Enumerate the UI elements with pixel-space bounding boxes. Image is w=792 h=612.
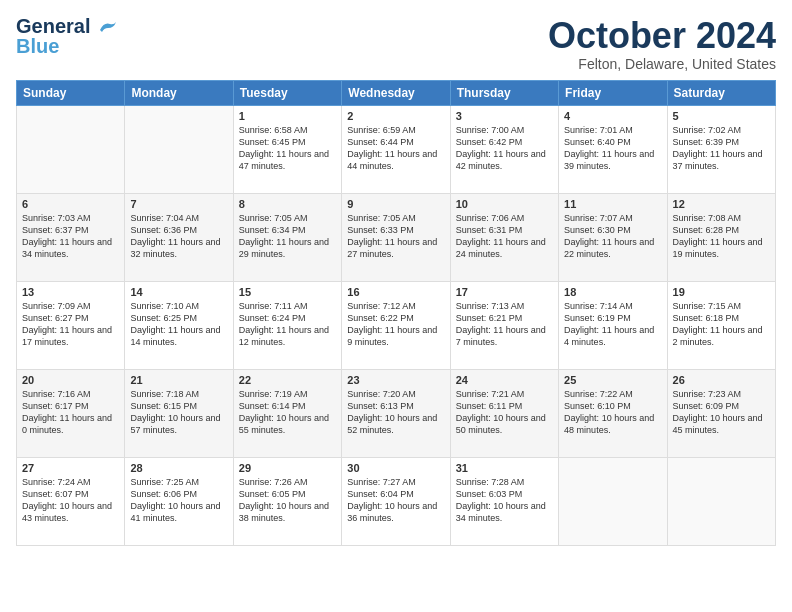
weekday-header-row: SundayMondayTuesdayWednesdayThursdayFrid… (17, 80, 776, 105)
calendar-cell: 31Sunrise: 7:28 AM Sunset: 6:03 PM Dayli… (450, 457, 558, 545)
calendar-cell: 4Sunrise: 7:01 AM Sunset: 6:40 PM Daylig… (559, 105, 667, 193)
day-info: Sunrise: 7:13 AM Sunset: 6:21 PM Dayligh… (456, 300, 553, 349)
day-info: Sunrise: 7:10 AM Sunset: 6:25 PM Dayligh… (130, 300, 227, 349)
day-number: 18 (564, 286, 661, 298)
day-number: 3 (456, 110, 553, 122)
day-info: Sunrise: 7:25 AM Sunset: 6:06 PM Dayligh… (130, 476, 227, 525)
weekday-header-sunday: Sunday (17, 80, 125, 105)
calendar-cell: 17Sunrise: 7:13 AM Sunset: 6:21 PM Dayli… (450, 281, 558, 369)
weekday-header-friday: Friday (559, 80, 667, 105)
calendar-cell: 10Sunrise: 7:06 AM Sunset: 6:31 PM Dayli… (450, 193, 558, 281)
calendar-cell: 6Sunrise: 7:03 AM Sunset: 6:37 PM Daylig… (17, 193, 125, 281)
day-number: 10 (456, 198, 553, 210)
calendar-cell: 28Sunrise: 7:25 AM Sunset: 6:06 PM Dayli… (125, 457, 233, 545)
calendar-week-4: 20Sunrise: 7:16 AM Sunset: 6:17 PM Dayli… (17, 369, 776, 457)
calendar-cell (125, 105, 233, 193)
day-info: Sunrise: 7:19 AM Sunset: 6:14 PM Dayligh… (239, 388, 336, 437)
day-number: 25 (564, 374, 661, 386)
calendar-cell: 11Sunrise: 7:07 AM Sunset: 6:30 PM Dayli… (559, 193, 667, 281)
day-info: Sunrise: 7:21 AM Sunset: 6:11 PM Dayligh… (456, 388, 553, 437)
day-info: Sunrise: 7:03 AM Sunset: 6:37 PM Dayligh… (22, 212, 119, 261)
day-number: 6 (22, 198, 119, 210)
logo: General Blue (16, 16, 118, 56)
weekday-header-wednesday: Wednesday (342, 80, 450, 105)
day-number: 11 (564, 198, 661, 210)
calendar-cell: 8Sunrise: 7:05 AM Sunset: 6:34 PM Daylig… (233, 193, 341, 281)
weekday-header-tuesday: Tuesday (233, 80, 341, 105)
day-number: 16 (347, 286, 444, 298)
day-number: 31 (456, 462, 553, 474)
weekday-header-thursday: Thursday (450, 80, 558, 105)
calendar-cell: 18Sunrise: 7:14 AM Sunset: 6:19 PM Dayli… (559, 281, 667, 369)
day-number: 2 (347, 110, 444, 122)
day-info: Sunrise: 6:59 AM Sunset: 6:44 PM Dayligh… (347, 124, 444, 173)
calendar-cell: 30Sunrise: 7:27 AM Sunset: 6:04 PM Dayli… (342, 457, 450, 545)
day-info: Sunrise: 7:14 AM Sunset: 6:19 PM Dayligh… (564, 300, 661, 349)
day-number: 15 (239, 286, 336, 298)
day-info: Sunrise: 7:15 AM Sunset: 6:18 PM Dayligh… (673, 300, 770, 349)
location-text: Felton, Delaware, United States (548, 56, 776, 72)
calendar-week-5: 27Sunrise: 7:24 AM Sunset: 6:07 PM Dayli… (17, 457, 776, 545)
day-info: Sunrise: 7:05 AM Sunset: 6:33 PM Dayligh… (347, 212, 444, 261)
day-info: Sunrise: 7:16 AM Sunset: 6:17 PM Dayligh… (22, 388, 119, 437)
day-info: Sunrise: 7:00 AM Sunset: 6:42 PM Dayligh… (456, 124, 553, 173)
day-number: 12 (673, 198, 770, 210)
day-info: Sunrise: 7:09 AM Sunset: 6:27 PM Dayligh… (22, 300, 119, 349)
day-number: 22 (239, 374, 336, 386)
day-number: 19 (673, 286, 770, 298)
calendar-cell: 13Sunrise: 7:09 AM Sunset: 6:27 PM Dayli… (17, 281, 125, 369)
calendar-cell (17, 105, 125, 193)
calendar-cell: 1Sunrise: 6:58 AM Sunset: 6:45 PM Daylig… (233, 105, 341, 193)
day-number: 7 (130, 198, 227, 210)
day-number: 17 (456, 286, 553, 298)
day-info: Sunrise: 7:08 AM Sunset: 6:28 PM Dayligh… (673, 212, 770, 261)
day-info: Sunrise: 7:26 AM Sunset: 6:05 PM Dayligh… (239, 476, 336, 525)
logo-bird-icon (96, 20, 118, 36)
day-info: Sunrise: 7:23 AM Sunset: 6:09 PM Dayligh… (673, 388, 770, 437)
calendar-cell: 19Sunrise: 7:15 AM Sunset: 6:18 PM Dayli… (667, 281, 775, 369)
day-number: 27 (22, 462, 119, 474)
day-info: Sunrise: 7:22 AM Sunset: 6:10 PM Dayligh… (564, 388, 661, 437)
calendar-cell: 27Sunrise: 7:24 AM Sunset: 6:07 PM Dayli… (17, 457, 125, 545)
day-info: Sunrise: 7:18 AM Sunset: 6:15 PM Dayligh… (130, 388, 227, 437)
calendar-week-3: 13Sunrise: 7:09 AM Sunset: 6:27 PM Dayli… (17, 281, 776, 369)
calendar-table: SundayMondayTuesdayWednesdayThursdayFrid… (16, 80, 776, 546)
day-info: Sunrise: 7:24 AM Sunset: 6:07 PM Dayligh… (22, 476, 119, 525)
calendar-cell: 21Sunrise: 7:18 AM Sunset: 6:15 PM Dayli… (125, 369, 233, 457)
day-info: Sunrise: 7:11 AM Sunset: 6:24 PM Dayligh… (239, 300, 336, 349)
logo-general: General (16, 15, 90, 37)
weekday-header-monday: Monday (125, 80, 233, 105)
calendar-cell: 23Sunrise: 7:20 AM Sunset: 6:13 PM Dayli… (342, 369, 450, 457)
day-number: 20 (22, 374, 119, 386)
calendar-cell: 7Sunrise: 7:04 AM Sunset: 6:36 PM Daylig… (125, 193, 233, 281)
calendar-cell: 15Sunrise: 7:11 AM Sunset: 6:24 PM Dayli… (233, 281, 341, 369)
day-number: 24 (456, 374, 553, 386)
calendar-cell: 26Sunrise: 7:23 AM Sunset: 6:09 PM Dayli… (667, 369, 775, 457)
day-info: Sunrise: 7:05 AM Sunset: 6:34 PM Dayligh… (239, 212, 336, 261)
day-number: 28 (130, 462, 227, 474)
calendar-cell (559, 457, 667, 545)
month-title: October 2024 (548, 16, 776, 56)
day-number: 4 (564, 110, 661, 122)
calendar-week-1: 1Sunrise: 6:58 AM Sunset: 6:45 PM Daylig… (17, 105, 776, 193)
day-info: Sunrise: 7:28 AM Sunset: 6:03 PM Dayligh… (456, 476, 553, 525)
weekday-header-saturday: Saturday (667, 80, 775, 105)
day-number: 5 (673, 110, 770, 122)
calendar-cell: 9Sunrise: 7:05 AM Sunset: 6:33 PM Daylig… (342, 193, 450, 281)
day-info: Sunrise: 7:12 AM Sunset: 6:22 PM Dayligh… (347, 300, 444, 349)
calendar-cell (667, 457, 775, 545)
calendar-week-2: 6Sunrise: 7:03 AM Sunset: 6:37 PM Daylig… (17, 193, 776, 281)
day-number: 8 (239, 198, 336, 210)
day-number: 29 (239, 462, 336, 474)
day-number: 14 (130, 286, 227, 298)
title-block: October 2024 Felton, Delaware, United St… (548, 16, 776, 72)
day-number: 9 (347, 198, 444, 210)
day-info: Sunrise: 6:58 AM Sunset: 6:45 PM Dayligh… (239, 124, 336, 173)
day-info: Sunrise: 7:04 AM Sunset: 6:36 PM Dayligh… (130, 212, 227, 261)
logo-blue: Blue (16, 36, 59, 56)
calendar-cell: 12Sunrise: 7:08 AM Sunset: 6:28 PM Dayli… (667, 193, 775, 281)
day-info: Sunrise: 7:06 AM Sunset: 6:31 PM Dayligh… (456, 212, 553, 261)
calendar-cell: 3Sunrise: 7:00 AM Sunset: 6:42 PM Daylig… (450, 105, 558, 193)
day-number: 1 (239, 110, 336, 122)
calendar-cell: 2Sunrise: 6:59 AM Sunset: 6:44 PM Daylig… (342, 105, 450, 193)
